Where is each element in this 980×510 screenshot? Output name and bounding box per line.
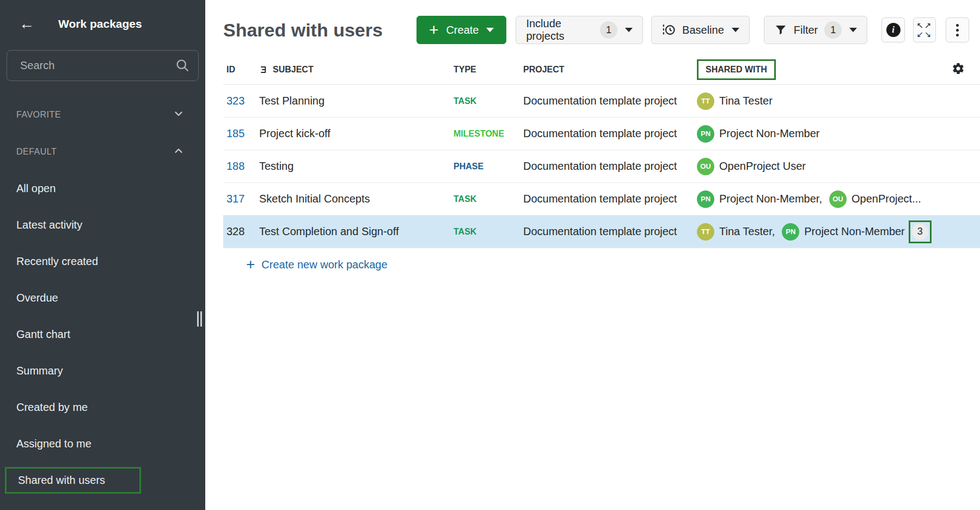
wp-project[interactable]: Documentation template project: [523, 95, 697, 107]
wp-id-link[interactable]: 323: [223, 95, 259, 107]
sidebar-item-all-open[interactable]: All open: [0, 170, 205, 207]
wp-type-badge[interactable]: TASK: [454, 194, 523, 204]
wp-id-link[interactable]: 188: [223, 160, 259, 173]
sidebar-item-created-by-me[interactable]: Created by me: [0, 389, 205, 426]
avatar[interactable]: OU: [829, 191, 847, 208]
caret-down-icon: [732, 28, 739, 32]
chevron-up-icon: [173, 145, 185, 159]
wp-subject[interactable]: Sketch Initial Concepts: [259, 193, 454, 205]
wp-subject[interactable]: Testing: [259, 160, 454, 173]
table-row[interactable]: 188TestingPHASEDocumentation template pr…: [223, 150, 980, 183]
wp-subject[interactable]: Test Completion and Sign-off: [259, 225, 454, 238]
toolbar: Shared with users + Create Include proje…: [223, 15, 969, 45]
sidebar-items: All openLatest activityRecently createdO…: [0, 170, 205, 494]
wp-subject[interactable]: Project kick-off: [259, 127, 454, 140]
wp-project[interactable]: Documentation template project: [523, 160, 697, 173]
create-button[interactable]: + Create: [416, 16, 507, 44]
back-arrow-icon[interactable]: ←: [19, 16, 34, 32]
shared-user-name: Project Non-Member: [719, 127, 820, 140]
wp-project[interactable]: Documentation template project: [523, 225, 697, 238]
wp-subject[interactable]: Test Planning: [259, 95, 454, 107]
chevron-down-icon: [173, 108, 185, 122]
sidebar-item-assigned-to-me[interactable]: Assigned to me: [0, 426, 205, 462]
sidebar-title: Work packages: [58, 17, 142, 30]
search-input[interactable]: [7, 50, 199, 81]
avatar[interactable]: PN: [697, 191, 714, 208]
sidebar-item-latest-activity[interactable]: Latest activity: [0, 207, 205, 243]
column-header-type[interactable]: TYPE: [454, 65, 523, 75]
filter-funnel-icon: [774, 23, 787, 36]
wp-project[interactable]: Documentation template project: [523, 127, 697, 140]
main-content: Shared with users + Create Include proje…: [205, 0, 980, 510]
work-packages-table: ID SUBJECT TYPE PROJECT SHARED WITH: [223, 54, 980, 272]
wp-shared-with: OUOpenProject User: [697, 158, 980, 175]
wp-shared-with: PNProject Non-Member: [697, 125, 980, 143]
fullscreen-button[interactable]: ↖↗↙↘: [913, 17, 936, 42]
overflow-count-annotation-box: 3: [909, 220, 932, 243]
hierarchy-icon[interactable]: [259, 65, 268, 74]
shared-user-name: Tina Tester: [719, 95, 773, 107]
shared-user-name: Tina Tester,: [719, 225, 775, 238]
include-projects-label: Include projects: [526, 17, 593, 42]
avatar[interactable]: OU: [697, 158, 714, 175]
caret-down-icon: [625, 28, 633, 32]
wp-shared-with: PNProject Non-Member,OUOpenProject...: [697, 191, 980, 208]
table-row[interactable]: 185Project kick-offMILESTONEDocumentatio…: [223, 118, 980, 150]
table-row[interactable]: 328Test Completion and Sign-offTASKDocum…: [223, 216, 980, 248]
create-new-work-package-link[interactable]: + Create new work package: [246, 257, 388, 272]
wp-id-link[interactable]: 185: [223, 127, 259, 140]
info-button[interactable]: i: [881, 17, 905, 42]
include-projects-button[interactable]: Include projects 1: [516, 16, 643, 44]
wp-type-badge[interactable]: PHASE: [454, 162, 523, 171]
plus-icon: +: [246, 257, 255, 272]
create-new-work-package-label: Create new work package: [261, 259, 387, 271]
more-options-button[interactable]: [946, 17, 969, 42]
search-icon: [175, 58, 190, 75]
wp-type-badge[interactable]: TASK: [454, 227, 523, 237]
avatar[interactable]: TT: [697, 93, 714, 110]
baseline-button[interactable]: Baseline: [651, 16, 750, 44]
column-header-project[interactable]: PROJECT: [523, 65, 697, 75]
work-package-rows: 323Test PlanningTASKDocumentation templa…: [223, 85, 980, 248]
wp-id-link[interactable]: 328: [223, 225, 259, 238]
baseline-icon: [661, 23, 676, 37]
sidebar-item-summary[interactable]: Summary: [0, 353, 205, 389]
sidebar-resize-handle[interactable]: [197, 311, 202, 327]
shared-overflow-count-badge[interactable]: 3: [912, 224, 928, 240]
wp-id-link[interactable]: 317: [223, 193, 259, 205]
fullscreen-icon: ↖↗↙↘: [917, 21, 933, 39]
sidebar-section-favorite[interactable]: FAVORITE: [0, 104, 205, 126]
wp-shared-with: TTTina Tester: [697, 93, 980, 110]
wp-type-badge[interactable]: MILESTONE: [454, 129, 523, 139]
sidebar-item-gantt-chart[interactable]: Gantt chart: [0, 316, 205, 353]
column-header-id[interactable]: ID: [223, 65, 259, 75]
column-header-shared-with-label: SHARED WITH: [706, 65, 767, 75]
shared-user-name: Project Non-Member,: [719, 193, 822, 205]
wp-project[interactable]: Documentation template project: [523, 193, 697, 205]
info-icon: i: [886, 23, 901, 37]
wp-type-badge[interactable]: TASK: [454, 96, 523, 106]
table-row[interactable]: 323Test PlanningTASKDocumentation templa…: [223, 85, 980, 118]
avatar[interactable]: PN: [697, 125, 714, 143]
kebab-menu-icon: [956, 24, 959, 36]
column-header-subject[interactable]: SUBJECT: [259, 65, 454, 75]
sidebar-item-shared-with-users[interactable]: Shared with users: [5, 467, 141, 494]
avatar[interactable]: TT: [697, 223, 714, 241]
avatar[interactable]: PN: [782, 223, 799, 241]
sidebar-item-overdue[interactable]: Overdue: [0, 280, 205, 316]
shared-user-name: OpenProject...: [852, 193, 921, 205]
create-button-label: Create: [446, 24, 479, 36]
section-label: FAVORITE: [16, 110, 61, 120]
sidebar: ← Work packages FAVORITE DEFAULT All ope…: [0, 0, 205, 510]
column-header-subject-label: SUBJECT: [273, 65, 314, 75]
column-header-shared-with[interactable]: SHARED WITH: [697, 59, 980, 80]
filter-button[interactable]: Filter 1: [764, 16, 867, 44]
section-label: DEFAULT: [16, 147, 57, 157]
table-settings-gear-icon[interactable]: [952, 62, 965, 77]
sidebar-item-recently-created[interactable]: Recently created: [0, 243, 205, 280]
plus-icon: +: [429, 22, 439, 38]
table-row[interactable]: 317Sketch Initial ConceptsTASKDocumentat…: [223, 183, 980, 216]
caret-down-icon: [849, 28, 857, 32]
shared-with-annotation-box: SHARED WITH: [697, 59, 776, 80]
sidebar-section-default[interactable]: DEFAULT: [0, 141, 205, 163]
